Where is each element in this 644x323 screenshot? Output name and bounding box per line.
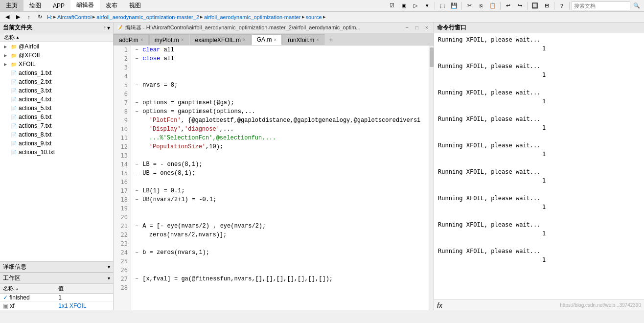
file-icon: 📄 [10,78,18,86]
cmd-value: 1 [438,203,640,211]
tab-myplot[interactable]: myPlot.m × [149,34,189,45]
toolbar-icon-7[interactable]: ⎘ [476,1,486,11]
toolbar-icon-3[interactable]: ▷ [410,1,421,11]
search-input[interactable] [572,1,630,10]
folder-header-menu[interactable]: ▾ [107,24,110,31]
toolbar-icon-2[interactable]: ▣ [398,1,409,11]
folder-xfoil[interactable]: ▶ 📁 XFOIL [0,60,113,69]
folder-airfoil[interactable]: ▶ 📁 @Airfoil [0,42,113,51]
toolbar-icon-6[interactable]: ✂ [464,1,475,11]
workspace-row-finished[interactable]: ✓ finished 1 [0,294,113,302]
tab-close[interactable]: × [316,37,319,43]
tab-close[interactable]: × [243,37,246,43]
editor-scrollbar[interactable] [429,46,434,310]
workspace-toggle[interactable]: ▾ [108,276,110,281]
tab-close[interactable]: × [181,37,184,43]
file-actions3[interactable]: 📄 actions_3.txt [0,86,113,95]
left-panel: 当前文件夹 ↑ ▾ 名称 ▲ ▶ 📁 @Airfoil ▶ 📁 @XFOIL [0,23,114,310]
cmd-entry [438,159,640,167]
code-line: –options = gaoptimset(@ga); [135,98,425,107]
toolbar-redo[interactable]: ↪ [514,1,525,11]
menu-view[interactable]: 视图 [123,0,147,11]
folder-name: XFOIL [19,61,36,68]
breadcrumb: H: ▸ AircraftControl ▸ airfoil_aerodynam… [47,14,327,20]
tab-close[interactable]: × [140,37,143,43]
line-num: 2 [116,54,128,63]
sort-arrow: ▲ [15,287,19,291]
details-toggle[interactable]: ▾ [108,264,110,270]
toolbar-icon-1[interactable]: ☑ [387,1,397,11]
workspace-header[interactable]: 工作区 ▾ [0,273,113,284]
search-button[interactable]: 🔍 [631,1,642,11]
center-panel: 📝 编辑器 - H:\AircraftControl\airfoil_aerod… [114,23,434,310]
editor-maximize[interactable]: □ [413,24,421,32]
file-actions7[interactable]: 📄 actions_7.txt [0,121,113,130]
cmd-value: 1 [438,176,640,185]
toolbar-undo[interactable]: ↩ [503,1,513,11]
scrollbar-thumb[interactable] [430,47,434,67]
details-header[interactable]: 详细信息 ▾ [0,262,113,273]
tab-add-btn[interactable]: + [325,34,337,45]
folder-header-icon[interactable]: ↑ [103,24,106,31]
file-actions8[interactable]: 📄 actions_8.txt [0,130,113,139]
line-num: 26 [116,266,128,275]
cmd-content[interactable]: Running XFOIL, please wait... 1 Running … [434,33,644,300]
editor-minimize[interactable]: − [403,24,411,32]
dash: – [135,55,138,62]
line-num: 22 [116,231,128,239]
file-actions6[interactable]: 📄 actions_6.txt [0,113,113,121]
line-num: 23 [116,239,128,248]
code-line: –UB(nvars/2+1) = -0.1; [135,195,425,204]
toolbar-icon-5[interactable]: 💾 [449,1,460,11]
file-actions2[interactable]: 📄 actions_2.txt [0,77,113,86]
toolbar-sep-4 [527,2,528,10]
menu-plot[interactable]: 绘图 [23,0,47,11]
code-content[interactable]: –clear all –close all –nvars = 8; –optio… [131,46,429,310]
toolbar-icon-10[interactable]: ⊟ [541,1,552,11]
toolbar-help[interactable]: ? [556,1,567,11]
editor-close[interactable]: × [423,24,431,32]
expand-icon: ▶ [4,53,9,58]
nav-forward-btn[interactable]: ▶ [13,12,23,22]
file-name: actions_1.txt [19,69,51,76]
file-actions5[interactable]: 📄 actions_5.txt [0,104,113,113]
workspace-row-xf[interactable]: ▣ xf 1x1 XFOIL [0,302,113,310]
file-actions4[interactable]: 📄 actions_4.txt [0,95,113,104]
menu-publish[interactable]: 发布 [100,0,123,11]
file-actions9[interactable]: 📄 actions_9.txt [0,139,113,148]
menu-app[interactable]: APP [47,0,70,11]
file-icon: 📄 [10,131,18,138]
tab-examplexfoil[interactable]: exampleXFOIL.m × [190,34,251,45]
nav-refresh-btn[interactable]: ↻ [34,12,45,22]
line-num: 28 [116,283,128,292]
folder-icon: 📁 [10,60,18,68]
nav-up-btn[interactable]: ↑ [23,12,34,22]
menu-home[interactable]: 主页 [0,0,23,11]
tab-ga[interactable]: GA.m × [252,34,282,45]
toolbar-icon-4[interactable]: ⬚ [437,1,448,11]
tab-close[interactable]: × [274,37,276,43]
folder-xfoil-at[interactable]: ▶ 📁 @XFOIL [0,51,113,60]
code-line [135,239,425,248]
file-icon: 📄 [10,148,18,156]
code-line: –nvars = 8; [135,81,425,90]
file-actions1[interactable]: 📄 actions_1.txt [0,69,113,77]
cmd-entry: Running XFOIL, please wait... [438,247,640,255]
file-icon: 📄 [10,95,18,103]
file-actions10[interactable]: 📄 actions_10.txt [0,148,113,157]
code-editor[interactable]: 1 2 3 4 5 6 7 8 9 10 11 12 13 14 15 16 1… [114,46,434,310]
cmd-entry [438,106,640,115]
toolbar-dropdown[interactable]: ▾ [422,1,433,11]
tab-runxfoil[interactable]: runXfoil.m × [282,34,324,45]
menu-editor[interactable]: 编辑器 [70,0,100,11]
toolbar-icon-8[interactable]: 📋 [487,1,498,11]
line-num: 3 [116,63,128,72]
cmd-entry: Running XFOIL, please wait... [438,141,640,150]
file-name: actions_10.txt [19,149,55,156]
nav-back-btn[interactable]: ◀ [2,12,13,22]
toolbar-icon-9[interactable]: 🔲 [529,1,540,11]
line-num: 15 [116,169,128,178]
tab-addp[interactable]: addP.m × [114,34,149,45]
file-name: actions_2.txt [19,78,51,85]
file-icon: 📄 [10,122,18,130]
